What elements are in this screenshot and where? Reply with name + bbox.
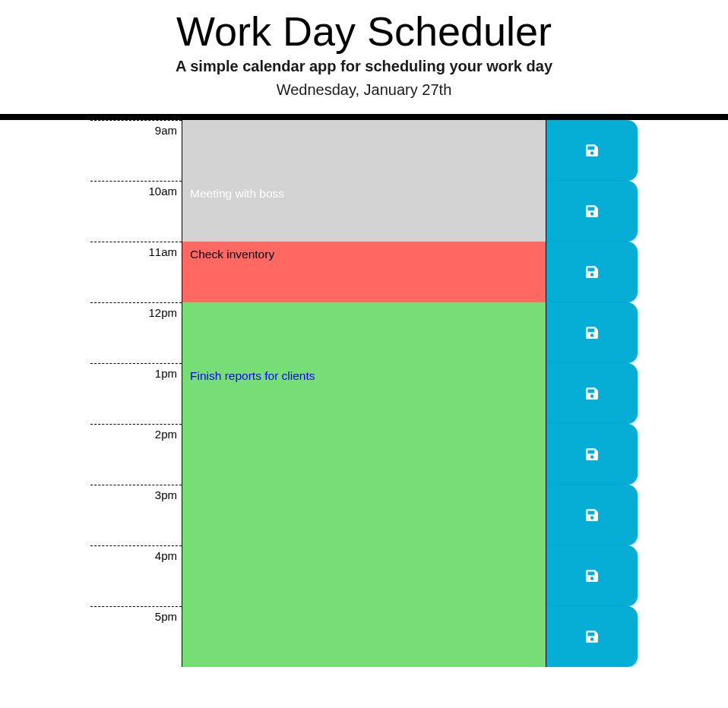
save-button[interactable] <box>546 363 638 424</box>
time-block: 2pm <box>90 424 638 485</box>
save-button[interactable] <box>546 545 638 606</box>
save-button[interactable] <box>546 181 638 242</box>
event-input[interactable] <box>182 424 546 485</box>
event-input[interactable] <box>182 302 546 363</box>
time-block: 3pm <box>90 485 638 545</box>
schedule-container: 9am10am11am12pm1pm2pm3pm4pm5pm <box>90 120 638 667</box>
save-icon <box>585 447 599 461</box>
time-block: 10am <box>90 181 638 242</box>
save-icon <box>585 387 599 400</box>
save-icon <box>585 144 599 157</box>
save-icon <box>585 326 599 340</box>
hour-label: 5pm <box>90 606 182 667</box>
hour-label: 12pm <box>90 302 182 363</box>
event-input[interactable] <box>182 181 546 242</box>
hour-label: 9am <box>90 120 182 181</box>
hour-label: 4pm <box>90 545 182 606</box>
save-button[interactable] <box>546 120 638 181</box>
event-input[interactable] <box>182 120 546 181</box>
save-icon <box>585 204 599 218</box>
save-button[interactable] <box>546 485 638 545</box>
save-button[interactable] <box>546 242 638 302</box>
page-header: Work Day Scheduler A simple calendar app… <box>0 0 728 120</box>
hour-label: 1pm <box>90 363 182 424</box>
page-title: Work Day Scheduler <box>0 8 728 55</box>
save-icon <box>585 265 599 279</box>
save-button[interactable] <box>546 424 638 485</box>
time-block: 9am <box>90 120 638 181</box>
save-button[interactable] <box>546 606 638 667</box>
time-block: 4pm <box>90 545 638 606</box>
hour-label: 10am <box>90 181 182 242</box>
time-block: 5pm <box>90 606 638 667</box>
save-icon <box>585 508 599 522</box>
current-day: Wednesday, January 27th <box>0 81 728 99</box>
event-input[interactable] <box>182 545 546 606</box>
save-icon <box>585 569 599 583</box>
save-icon <box>585 630 599 643</box>
time-block: 11am <box>90 242 638 302</box>
page-subtitle: A simple calendar app for scheduling you… <box>0 58 728 75</box>
hour-label: 11am <box>90 242 182 302</box>
event-input[interactable] <box>182 363 546 424</box>
time-block: 1pm <box>90 363 638 424</box>
hour-label: 2pm <box>90 424 182 485</box>
event-input[interactable] <box>182 485 546 545</box>
event-input[interactable] <box>182 242 546 302</box>
save-button[interactable] <box>546 302 638 363</box>
hour-label: 3pm <box>90 485 182 545</box>
event-input[interactable] <box>182 606 546 667</box>
time-block: 12pm <box>90 302 638 363</box>
